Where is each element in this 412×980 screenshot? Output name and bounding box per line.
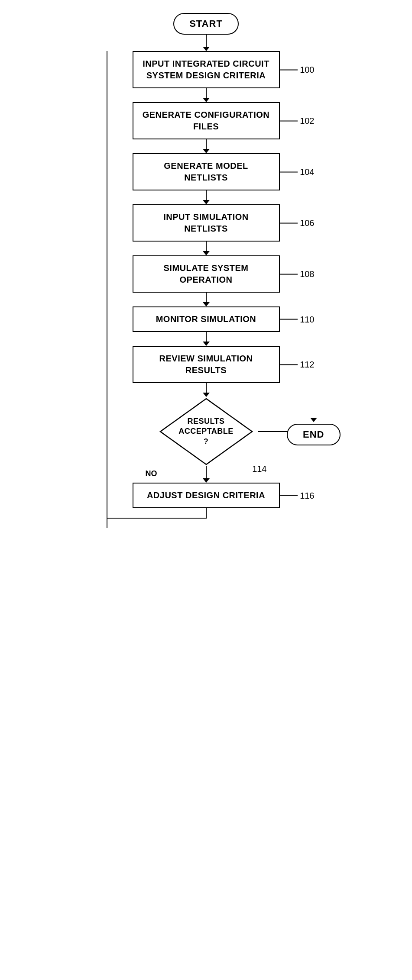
box110-row: MONITOR SIMULATION 110 bbox=[55, 306, 358, 332]
box112-row: REVIEW SIMULATION RESULTS 112 bbox=[55, 346, 358, 383]
arrow-to-end bbox=[310, 418, 317, 422]
box-116: ADJUST DESIGN CRITERIA bbox=[133, 483, 280, 508]
diamond-text: RESULTS ACCEPTABLE ? bbox=[178, 416, 234, 447]
connector-no bbox=[206, 466, 207, 478]
box-100: INPUT INTEGRATED CIRCUIT SYSTEM DESIGN C… bbox=[133, 51, 280, 88]
connector bbox=[206, 88, 207, 98]
no-label: NO bbox=[146, 469, 157, 478]
loop-wrapper: INPUT INTEGRATED CIRCUIT SYSTEM DESIGN C… bbox=[55, 51, 358, 528]
box102-row: GENERATE CONFIGURATION FILES 102 bbox=[55, 102, 358, 139]
box-108: SIMULATE SYSTEM OPERATION bbox=[133, 255, 280, 293]
box106-row: INPUT SIMULATION NETLISTS 106 bbox=[55, 204, 358, 242]
box116-row: ADJUST DESIGN CRITERIA 116 bbox=[55, 483, 358, 508]
connector bbox=[206, 190, 207, 200]
ref-102: 102 bbox=[280, 116, 314, 126]
arrow bbox=[203, 47, 210, 51]
arrow bbox=[203, 393, 210, 397]
diamond-114: RESULTS ACCEPTABLE ? bbox=[159, 397, 254, 466]
arrow-no bbox=[203, 478, 210, 483]
box-104: GENERATE MODEL NETLISTS bbox=[133, 153, 280, 190]
end-node: END bbox=[287, 424, 340, 445]
box-110: MONITOR SIMULATION bbox=[133, 306, 280, 332]
ref-104: 104 bbox=[280, 167, 314, 177]
arrow bbox=[203, 149, 210, 153]
connector bbox=[206, 332, 207, 342]
box-102: GENERATE CONFIGURATION FILES bbox=[133, 102, 280, 139]
arrow bbox=[203, 302, 210, 306]
diamond-row: RESULTS ACCEPTABLE ? 114 YES NO END bbox=[55, 397, 358, 466]
ref-110: 110 bbox=[280, 314, 314, 324]
start-row: START bbox=[55, 13, 358, 35]
bottom-h-line bbox=[107, 518, 207, 519]
bottom-h-line-row bbox=[55, 518, 358, 519]
box-112: REVIEW SIMULATION RESULTS bbox=[133, 346, 280, 383]
arrow bbox=[203, 251, 210, 255]
connector bbox=[206, 293, 207, 302]
ref-112: 112 bbox=[280, 360, 314, 370]
flowchart: START INPUT INTEGRATED CIRCUIT SYSTEM DE… bbox=[55, 13, 358, 528]
connector bbox=[206, 242, 207, 251]
ref-108: 108 bbox=[280, 269, 314, 279]
connector bbox=[206, 139, 207, 149]
ref-106: 106 bbox=[280, 218, 314, 228]
ref-114: 114 bbox=[252, 464, 266, 474]
connector bbox=[206, 35, 207, 47]
start-node: START bbox=[173, 13, 239, 35]
loop-left-line bbox=[107, 51, 107, 528]
box100-row: INPUT INTEGRATED CIRCUIT SYSTEM DESIGN C… bbox=[55, 51, 358, 88]
box104-row: GENERATE MODEL NETLISTS 104 bbox=[55, 153, 358, 190]
box108-row: SIMULATE SYSTEM OPERATION 108 bbox=[55, 255, 358, 293]
box-106: INPUT SIMULATION NETLISTS bbox=[133, 204, 280, 242]
arrow bbox=[203, 342, 210, 346]
end-group: END bbox=[287, 418, 340, 445]
connector bbox=[206, 383, 207, 393]
connector-bottom bbox=[206, 508, 207, 518]
arrow bbox=[203, 200, 210, 204]
ref-100: 100 bbox=[280, 65, 314, 75]
arrow bbox=[203, 98, 210, 102]
ref-116: 116 bbox=[280, 490, 314, 500]
